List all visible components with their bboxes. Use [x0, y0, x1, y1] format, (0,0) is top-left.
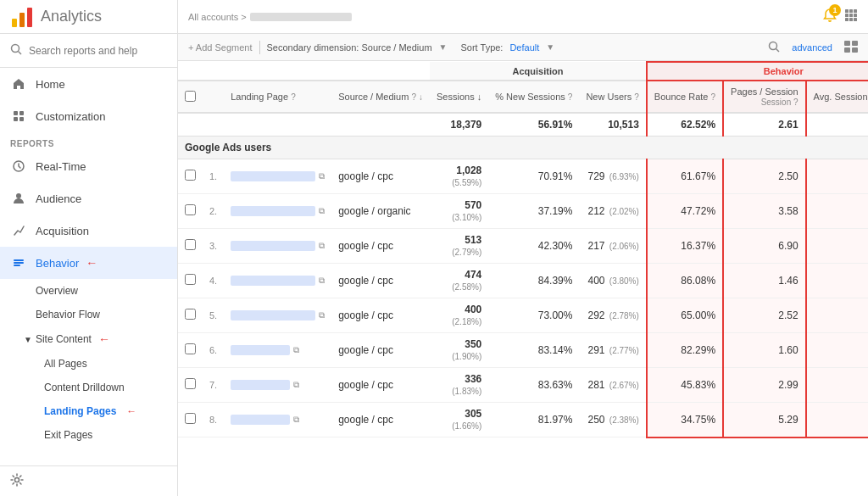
view-toggle-table[interactable]: [844, 41, 858, 54]
sort-type-value: Default: [509, 42, 539, 53]
data-table-area: Acquisition Behavior Landing Page ?: [178, 61, 868, 496]
new-users-cell: 281 (2.67%): [579, 368, 646, 403]
sessions-header[interactable]: Sessions ↓: [430, 81, 488, 113]
new-users-cell: 217 (2.06%): [579, 229, 646, 264]
customization-icon: [10, 108, 27, 125]
row-checkbox[interactable]: [185, 343, 196, 354]
acquisition-group-header: Acquisition: [430, 62, 647, 81]
sidebar-item-all-pages[interactable]: All Pages: [0, 352, 177, 376]
sessions-cell: 336 (1.83%): [430, 368, 488, 403]
source-medium-cell: google / cpc: [331, 333, 430, 368]
bounce-rate-header[interactable]: Bounce Rate ?: [647, 81, 723, 113]
avg-session-header[interactable]: Avg. Session Duration ?: [806, 81, 868, 113]
source-medium-cell: google / cpc: [331, 298, 430, 333]
new-users-header[interactable]: New Users ?: [579, 81, 646, 113]
row-checkbox-cell[interactable]: [178, 368, 203, 403]
settings-icon[interactable]: [10, 473, 24, 489]
sidebar-item-content-drilldown[interactable]: Content Drilldown: [0, 376, 177, 399]
svg-point-3: [12, 45, 19, 53]
bounce-rate-cell: 82.29%: [647, 333, 723, 368]
row-checkbox[interactable]: [185, 309, 196, 320]
pct-new-header[interactable]: % New Sessions ?: [488, 81, 579, 113]
sidebar-item-customization[interactable]: Customization: [0, 100, 177, 132]
external-link-icon[interactable]: ⧉: [293, 415, 299, 425]
source-medium-header[interactable]: Source / Medium ? ↓: [331, 81, 430, 113]
row-checkbox-cell[interactable]: [178, 333, 203, 368]
acquisition-label: Acquisition: [36, 225, 89, 237]
sessions-cell: 513 (2.79%): [430, 229, 488, 264]
sessions-cell: 474 (2.58%): [430, 264, 488, 298]
row-checkbox[interactable]: [185, 413, 196, 424]
pages-session-header[interactable]: Pages / Session Session ?: [723, 81, 806, 113]
sessions-cell: 1,028 (5.59%): [430, 159, 488, 194]
all-pages-label: All Pages: [44, 358, 87, 370]
row-checkbox-cell[interactable]: [178, 298, 203, 333]
behavior-arrow: ←: [86, 256, 97, 270]
sidebar-item-audience[interactable]: Audience: [0, 182, 177, 215]
apps-icon[interactable]: [844, 8, 858, 25]
sidebar-item-landing-pages[interactable]: Landing Pages ←: [0, 399, 177, 423]
behavior-icon: [10, 254, 27, 271]
audience-icon: [10, 190, 27, 207]
advanced-link[interactable]: advanced: [792, 42, 832, 53]
search-bar[interactable]: [0, 34, 177, 68]
external-link-icon[interactable]: ⧉: [293, 345, 299, 355]
svg-rect-23: [854, 18, 857, 21]
sidebar-item-overview[interactable]: Overview: [0, 279, 177, 303]
row-checkbox-cell[interactable]: [178, 159, 203, 194]
svg-rect-20: [854, 14, 857, 17]
row-checkbox-cell[interactable]: [178, 194, 203, 229]
new-users-cell: 212 (2.02%): [579, 194, 646, 229]
bounce-rate-cell: 86.08%: [647, 264, 723, 298]
svg-rect-0: [12, 19, 17, 27]
sidebar-item-exit-pages[interactable]: Exit Pages: [0, 423, 177, 447]
notification-bell[interactable]: 1: [822, 8, 837, 25]
source-medium-cell: google / cpc: [331, 264, 430, 298]
table-row: 4. ⧉ google / cpc 474 (2.58%) 84.39% 400…: [178, 264, 868, 298]
row-checkbox[interactable]: [185, 170, 196, 181]
external-link-icon[interactable]: ⧉: [319, 241, 325, 251]
info-icon4: ?: [634, 92, 639, 102]
row-checkbox-cell[interactable]: [178, 229, 203, 264]
external-link-icon[interactable]: ⧉: [319, 310, 325, 320]
external-link-icon[interactable]: ⧉: [319, 206, 325, 216]
avg-session-cell: 00:00:53: [806, 333, 868, 368]
search-icon-filter[interactable]: [768, 41, 780, 54]
svg-rect-19: [849, 14, 853, 17]
sidebar-item-behavior[interactable]: Behavior ←: [0, 247, 177, 279]
row-checkbox-cell[interactable]: [178, 264, 203, 298]
sidebar-item-realtime[interactable]: Real-Time: [0, 150, 177, 182]
external-link-icon[interactable]: ⧉: [293, 380, 299, 390]
row-checkbox-cell[interactable]: [178, 403, 203, 437]
svg-rect-18: [845, 14, 849, 17]
row-checkbox[interactable]: [185, 274, 196, 285]
landing-page-blurred: [231, 380, 290, 390]
row-checkbox[interactable]: [185, 378, 196, 389]
svg-rect-2: [27, 8, 32, 27]
pages-session-cell: 1.60: [723, 333, 806, 368]
analytics-logo: [10, 5, 34, 29]
info-icon6: Session ?: [761, 98, 798, 107]
table-row: 8. ⧉ google / cpc 305 (1.66%) 81.97% 250…: [178, 403, 868, 437]
svg-point-24: [770, 42, 777, 49]
sidebar-item-home[interactable]: Home: [0, 68, 177, 100]
main-content: All accounts > 1 + Add Segment Secondary…: [178, 0, 868, 496]
external-link-icon[interactable]: ⧉: [319, 171, 325, 181]
sidebar-item-behavior-flow[interactable]: Behavior Flow: [0, 303, 177, 326]
row-checkbox[interactable]: [185, 204, 196, 215]
landing-page-header[interactable]: Landing Page ?: [224, 81, 331, 113]
select-all-checkbox[interactable]: [185, 91, 196, 102]
row-checkbox[interactable]: [185, 239, 196, 250]
sidebar-header: Analytics: [0, 0, 177, 34]
sidebar-item-acquisition[interactable]: Acquisition: [0, 215, 177, 247]
home-icon: [10, 75, 27, 92]
secondary-dim-label: Secondary dimension: Source / Medium: [267, 42, 432, 53]
svg-rect-8: [19, 117, 24, 121]
sidebar-item-site-content[interactable]: ▼ Site Content ←: [0, 326, 177, 352]
select-all-checkbox-header[interactable]: [178, 81, 203, 113]
sessions-cell: 570 (3.10%): [430, 194, 488, 229]
search-input[interactable]: [29, 45, 167, 57]
external-link-icon[interactable]: ⧉: [319, 276, 325, 286]
table-row: 3. ⧉ google / cpc 513 (2.79%) 42.30% 217…: [178, 229, 868, 264]
svg-line-4: [19, 52, 22, 55]
